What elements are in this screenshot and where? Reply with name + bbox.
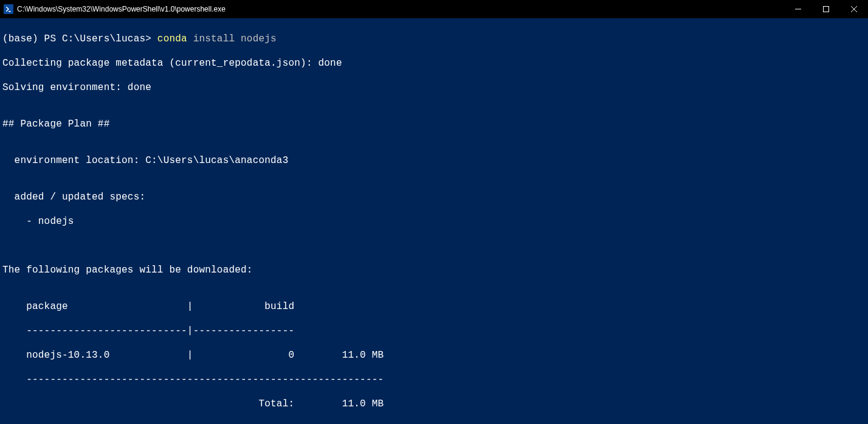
- svg-rect-2: [824, 7, 829, 12]
- terminal-line: added / updated specs:: [2, 191, 866, 203]
- terminal-line: nodejs-10.13.0 | 0 11.0 MB: [2, 349, 866, 361]
- window-title: C:\Windows\System32\WindowsPowerShell\v1…: [17, 5, 226, 13]
- terminal-line: The following packages will be downloade…: [2, 264, 866, 276]
- close-button[interactable]: [840, 0, 868, 18]
- terminal-line: environment location: C:\Users\lucas\ana…: [2, 155, 866, 167]
- prompt: (base) PS C:\Users\lucas>: [2, 33, 157, 44]
- command-yellow: conda: [157, 33, 193, 44]
- terminal-line: (base) PS C:\Users\lucas> conda install …: [2, 33, 866, 45]
- command-gray: install nodejs: [193, 33, 277, 44]
- maximize-button[interactable]: [812, 0, 840, 18]
- window-controls: [784, 0, 868, 18]
- window-titlebar: C:\Windows\System32\WindowsPowerShell\v1…: [0, 0, 868, 18]
- terminal-line: Total: 11.0 MB: [2, 398, 866, 410]
- minimize-button[interactable]: [784, 0, 812, 18]
- terminal-line: - nodejs: [2, 215, 866, 228]
- terminal-line: package | build: [2, 301, 866, 313]
- terminal-line: ----------------------------------------…: [2, 374, 866, 386]
- terminal-line: Collecting package metadata (current_rep…: [2, 57, 866, 69]
- terminal-output[interactable]: (base) PS C:\Users\lucas> conda install …: [0, 18, 868, 424]
- terminal-line: ## Package Plan ##: [2, 118, 866, 130]
- terminal-line: Solving environment: done: [2, 82, 866, 94]
- terminal-line: ---------------------------|------------…: [2, 325, 866, 337]
- powershell-icon: [4, 4, 13, 14]
